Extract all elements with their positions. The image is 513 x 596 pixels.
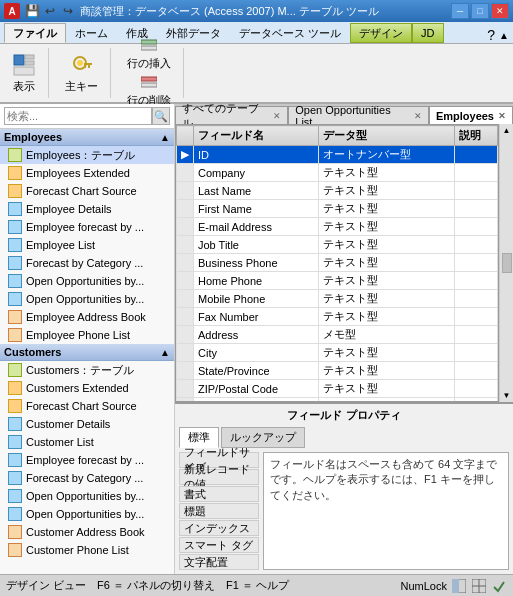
numlock-label: NumLock: [401, 580, 447, 592]
sidebar-item-employee-phone[interactable]: Employee Phone List: [0, 326, 174, 344]
sidebar-item-employee-list[interactable]: Employee List: [0, 236, 174, 254]
primary-key-label: 主キー: [65, 79, 98, 94]
tab-all-tables[interactable]: すべてのテーブル ✕: [175, 106, 288, 124]
sidebar-item-open-opps2[interactable]: Open Opportunities by...: [0, 290, 174, 308]
property-label: インデックス: [179, 520, 259, 536]
field-name-cell: ID: [194, 146, 319, 164]
field-table-container: フィールド名 データ型 説明 ▶ ID オートナンバー型 Company テキス…: [175, 124, 499, 402]
redo-button[interactable]: ↪: [60, 3, 76, 19]
properties-panel: フィールド プロパティ 標準 ルックアップ フィールドサイズ新規レコードの値書式…: [175, 402, 513, 574]
status-text: デザイン ビュー F6 ＝ パネルの切り替え F1 ＝ ヘルプ: [6, 578, 289, 593]
scrollbar[interactable]: ▲ ▼: [499, 124, 513, 402]
sidebar-item-customer-list[interactable]: Customer List: [0, 433, 174, 451]
query-icon: [8, 381, 22, 395]
table-row[interactable]: Business Phone テキスト型: [177, 254, 498, 272]
sidebar-item-open-opps1[interactable]: Open Opportunities by...: [0, 272, 174, 290]
sidebar-item-label: Customer List: [26, 436, 94, 448]
form-icon: [8, 489, 22, 503]
field-name-cell: Job Title: [194, 236, 319, 254]
description-cell: [454, 290, 497, 308]
sidebar-item-forecast-chart[interactable]: Forecast Chart Source: [0, 182, 174, 200]
sidebar-item-customers-forecast[interactable]: Forecast Chart Source: [0, 397, 174, 415]
ribbon-views-group: 表示: [8, 48, 49, 98]
table-row[interactable]: Company テキスト型: [177, 164, 498, 182]
view-button[interactable]: 表示: [8, 51, 40, 96]
data-type-cell: テキスト型: [318, 272, 454, 290]
insert-rows-button[interactable]: 行の挿入: [123, 36, 175, 73]
employees-collapse-icon: ▲: [160, 132, 170, 143]
primary-key-button[interactable]: 主キー: [61, 51, 102, 96]
tab-file[interactable]: ファイル: [4, 23, 66, 43]
sidebar-item-label: Employees：テーブル: [26, 148, 135, 163]
sidebar-item-customer-opps1[interactable]: Open Opportunities by...: [0, 487, 174, 505]
status-icon-2[interactable]: [471, 578, 487, 594]
tab-jd[interactable]: JD: [412, 23, 443, 43]
tab-database-tools[interactable]: データベース ツール: [230, 23, 350, 43]
status-icon-1[interactable]: [451, 578, 467, 594]
row-selector-header: [177, 126, 194, 146]
sidebar-item-employee-address[interactable]: Employee Address Book: [0, 308, 174, 326]
description-cell: [454, 362, 497, 380]
close-button[interactable]: ✕: [491, 3, 509, 19]
sidebar-item-label: Forecast Chart Source: [26, 185, 137, 197]
sidebar-item-forecast-category[interactable]: Forecast by Category ...: [0, 254, 174, 272]
table-row[interactable]: Mobile Phone テキスト型: [177, 290, 498, 308]
row-selector: [177, 326, 194, 344]
close-icon[interactable]: ✕: [498, 111, 506, 121]
sidebar-item-customers-table[interactable]: Customers：テーブル: [0, 361, 174, 379]
close-icon[interactable]: ✕: [273, 111, 281, 121]
sidebar-item-label: Customer Address Book: [26, 526, 145, 538]
sidebar-item-customer-details[interactable]: Customer Details: [0, 415, 174, 433]
tab-open-opp-list[interactable]: Open Opportunities List ✕: [288, 106, 429, 124]
status-icon-3[interactable]: [491, 578, 507, 594]
table-row[interactable]: Address メモ型: [177, 326, 498, 344]
table-row[interactable]: Job Title テキスト型: [177, 236, 498, 254]
undo-button[interactable]: ↩: [42, 3, 58, 19]
sidebar-item-customer-opps2[interactable]: Open Opportunities by...: [0, 505, 174, 523]
sidebar-item-customer-forecast-cat[interactable]: Forecast by Category ...: [0, 469, 174, 487]
data-type-cell: テキスト型: [318, 362, 454, 380]
table-row[interactable]: E-mail Address テキスト型: [177, 218, 498, 236]
table-row[interactable]: First Name テキスト型: [177, 200, 498, 218]
search-input[interactable]: [4, 107, 152, 125]
row-selector: [177, 254, 194, 272]
restore-button[interactable]: □: [471, 3, 489, 19]
sidebar-item-label: Customers：テーブル: [26, 363, 134, 378]
search-button[interactable]: 🔍: [152, 107, 170, 125]
table-row[interactable]: State/Province テキスト型: [177, 362, 498, 380]
description-cell: [454, 344, 497, 362]
minimize-button[interactable]: ─: [451, 3, 469, 19]
sidebar-item-label: Forecast Chart Source: [26, 400, 137, 412]
tab-home[interactable]: ホーム: [66, 23, 117, 43]
table-row[interactable]: Fax Number テキスト型: [177, 308, 498, 326]
tab-design[interactable]: デザイン: [350, 23, 412, 43]
tab-employees[interactable]: Employees ✕: [429, 106, 513, 124]
ribbon-collapse-icon[interactable]: ▲: [499, 30, 509, 41]
row-selector: [177, 380, 194, 398]
save-button[interactable]: 💾: [24, 3, 40, 19]
sidebar-item-employees-extended[interactable]: Employees Extended: [0, 164, 174, 182]
close-icon[interactable]: ✕: [414, 111, 422, 121]
table-row[interactable]: ▶ ID オートナンバー型: [177, 146, 498, 164]
sidebar-item-customer-phone[interactable]: Customer Phone List: [0, 541, 174, 559]
property-labels: フィールドサイズ新規レコードの値書式標題インデックススマート タグ文字配置: [179, 452, 259, 570]
table-icon: [8, 363, 22, 377]
sidebar-item-employees-table[interactable]: Employees：テーブル: [0, 146, 174, 164]
employees-section-header[interactable]: Employees ▲: [0, 129, 174, 146]
table-row[interactable]: Home Phone テキスト型: [177, 272, 498, 290]
sidebar-item-customer-emp-forecast[interactable]: Employee forecast by ...: [0, 451, 174, 469]
customers-section-header[interactable]: Customers ▲: [0, 344, 174, 361]
help-icon[interactable]: ?: [487, 27, 495, 43]
data-type-cell: テキスト型: [318, 182, 454, 200]
field-name-cell: E-mail Address: [194, 218, 319, 236]
sidebar-item-customer-address[interactable]: Customer Address Book: [0, 523, 174, 541]
row-selector: [177, 164, 194, 182]
table-row[interactable]: City テキスト型: [177, 344, 498, 362]
sidebar-item-label: Employee List: [26, 239, 95, 251]
description-cell: [454, 182, 497, 200]
sidebar-item-customers-extended[interactable]: Customers Extended: [0, 379, 174, 397]
table-row[interactable]: Last Name テキスト型: [177, 182, 498, 200]
sidebar-item-employee-forecast[interactable]: Employee forecast by ...: [0, 218, 174, 236]
table-row[interactable]: ZIP/Postal Code テキスト型: [177, 380, 498, 398]
sidebar-item-employee-details[interactable]: Employee Details: [0, 200, 174, 218]
